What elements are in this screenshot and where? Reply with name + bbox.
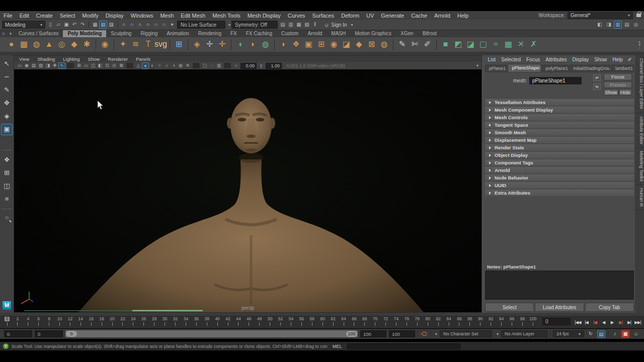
- wireframe-icon[interactable]: △: [135, 62, 142, 69]
- attribute-section-header[interactable]: Smooth Mesh: [485, 129, 634, 136]
- shelf-tab[interactable]: Custom: [277, 30, 303, 37]
- menubar-item[interactable]: Display: [102, 13, 127, 19]
- separator[interactable]: [67, 63, 74, 68]
- step-back-key-button[interactable]: |◀: [591, 320, 599, 325]
- toggle-outliner-icon[interactable]: ▤: [623, 21, 631, 29]
- select-object-icon[interactable]: ▧: [99, 21, 107, 29]
- shelf-tab[interactable]: Rigging: [136, 30, 162, 37]
- separator[interactable]: [126, 63, 133, 68]
- step-forward-frame-button[interactable]: ▶|: [625, 320, 633, 325]
- shelf-tab[interactable]: Curves / Surfaces: [14, 30, 63, 37]
- separator[interactable]: [89, 21, 89, 28]
- poly-sphere-icon[interactable]: ●: [5, 38, 18, 51]
- toggle-tool-settings-icon[interactable]: ◨: [605, 21, 613, 29]
- auto-key-icon[interactable]: Ϙ: [421, 330, 428, 337]
- menubar-item[interactable]: Windows: [127, 13, 157, 19]
- go-to-start-button[interactable]: |◀◀: [574, 320, 582, 325]
- step-forward-key-button[interactable]: ▶|: [616, 320, 625, 325]
- chevron-down-icon[interactable]: ▾: [476, 63, 478, 68]
- sweep-mesh-icon[interactable]: ✦: [117, 38, 129, 51]
- shelf-tab[interactable]: Animation: [162, 30, 193, 37]
- shaded-icon[interactable]: ●: [142, 62, 149, 69]
- range-slider[interactable]: 0 100: [65, 330, 358, 337]
- menubar-item[interactable]: Edit Mesh: [177, 13, 209, 19]
- film-gate-icon[interactable]: ▭: [83, 62, 90, 69]
- separator[interactable]: [96, 39, 96, 50]
- render-settings-icon[interactable]: ▧: [303, 21, 311, 29]
- duplicate-face-icon[interactable]: ◆: [353, 38, 365, 51]
- grid-toggle-icon[interactable]: ⊞: [75, 62, 83, 69]
- select-tool[interactable]: ↖: [1, 58, 13, 70]
- freeform-pen-icon[interactable]: ✐: [421, 38, 434, 51]
- boolean-union-icon[interactable]: ■: [439, 38, 452, 51]
- menubar-item[interactable]: Select: [56, 13, 79, 19]
- menubar-item[interactable]: File: [0, 13, 16, 19]
- input-connection-icon[interactable]: ⇄: [593, 74, 601, 81]
- subdivide-icon[interactable]: ⊞: [315, 38, 328, 51]
- time-ruler[interactable]: 0 2 4 6 8 10 12 14: [0, 316, 539, 328]
- shelf-tab[interactable]: FX Caching: [242, 30, 277, 37]
- workspace-gear-icon[interactable]: ◎: [632, 21, 640, 29]
- poly-type-icon[interactable]: T: [142, 38, 154, 51]
- boolean-difference-icon[interactable]: ◩: [452, 38, 464, 51]
- node-tab[interactable]: lambert1: [611, 65, 634, 72]
- animation-start-field[interactable]: 0: [4, 330, 32, 337]
- bridge-icon[interactable]: ◪: [340, 38, 353, 51]
- shelf-tab[interactable]: Poly Modeling: [63, 30, 106, 37]
- bevel-cube-icon[interactable]: ▣: [302, 38, 315, 51]
- safe-title-icon[interactable]: ⊠: [118, 62, 125, 69]
- snap-to-view-plane-icon[interactable]: ∩: [152, 21, 160, 29]
- snap-to-curve-icon[interactable]: ∩: [128, 21, 136, 29]
- pin-icon[interactable]: ✐: [628, 57, 634, 62]
- sidebar-vertical-tab[interactable]: Modeling Toolkit: [635, 148, 644, 185]
- shelf-overflow-icon[interactable]: ⋮: [638, 46, 641, 49]
- locator-xyz-icon[interactable]: ✛: [203, 38, 216, 51]
- multi-cut-icon[interactable]: ✄: [409, 38, 421, 51]
- separator[interactable]: [188, 39, 188, 50]
- pause-viewport-icon[interactable]: ‖: [311, 21, 319, 29]
- ae-menu-item[interactable]: Show: [592, 57, 610, 62]
- exposure-field[interactable]: 0.00: [240, 63, 257, 69]
- lattice-icon[interactable]: ⊠: [365, 38, 378, 51]
- result-mesh-icon[interactable]: ◖: [234, 38, 247, 51]
- workspace-dropdown[interactable]: General* ▾: [568, 12, 633, 19]
- poly-cone-icon[interactable]: ▲: [43, 38, 55, 51]
- evaluation-mode-icon[interactable]: ▦: [621, 330, 629, 338]
- range-start-handle[interactable]: 0: [66, 331, 77, 337]
- menubar-item[interactable]: Mesh Tools: [209, 13, 244, 19]
- field-chart-icon[interactable]: ⊡: [104, 62, 111, 69]
- poly-cube-icon[interactable]: ▩: [18, 38, 30, 51]
- ae-bottom-button[interactable]: Load Attributes: [535, 303, 584, 312]
- viewport-menu-item[interactable]: Show: [88, 56, 100, 62]
- shelf-tab[interactable]: Motion Graphics: [350, 30, 396, 37]
- snap-to-grid-icon[interactable]: ∩: [120, 21, 128, 29]
- select-component-icon[interactable]: ▨: [107, 21, 115, 29]
- ae-menu-item[interactable]: List: [485, 57, 499, 62]
- view-transform-dropdown[interactable]: ACES 1.0 SDR-video (sRGB): [286, 63, 345, 68]
- attribute-section-header[interactable]: Mesh Component Display: [485, 107, 634, 113]
- node-tab[interactable]: pPlaneShape1: [508, 64, 540, 72]
- new-scene-icon[interactable]: ▯: [46, 21, 54, 29]
- viewport-menu-item[interactable]: Panels: [136, 56, 150, 62]
- poly-cylinder-icon[interactable]: ◍: [30, 38, 43, 51]
- menubar-item[interactable]: UV: [363, 13, 377, 19]
- retopologize-icon[interactable]: ✕: [515, 38, 527, 51]
- poly-torus-icon[interactable]: ◎: [55, 38, 68, 51]
- node-tab[interactable]: polyPlane1: [542, 65, 569, 72]
- help-icon[interactable]: ?: [3, 343, 9, 349]
- separator[interactable]: [393, 39, 393, 50]
- boolean-slice-icon[interactable]: ▢: [477, 38, 490, 51]
- play-backwards-button[interactable]: ◀: [599, 320, 608, 325]
- attribute-section-header[interactable]: Displacement Map: [485, 137, 634, 143]
- safe-action-icon[interactable]: ◎: [111, 62, 118, 69]
- make-live-icon[interactable]: ∩: [160, 21, 168, 29]
- animation-preferences-icon[interactable]: ▤: [597, 330, 605, 338]
- sidebar-vertical-tab[interactable]: Human IK: [635, 185, 644, 211]
- exposure-icon[interactable]: ☼: [232, 62, 239, 69]
- platonic-solid-icon[interactable]: ◉: [99, 38, 111, 51]
- xray-icon[interactable]: ◌: [208, 62, 215, 69]
- cleanup-icon[interactable]: ✗: [527, 38, 540, 51]
- anim-layer-dropdown[interactable]: No Anim Layer: [501, 330, 547, 337]
- viewport-camera-icon[interactable]: ▭: [16, 62, 23, 69]
- sidebar-vertical-tab[interactable]: Attribute Editor: [635, 113, 644, 148]
